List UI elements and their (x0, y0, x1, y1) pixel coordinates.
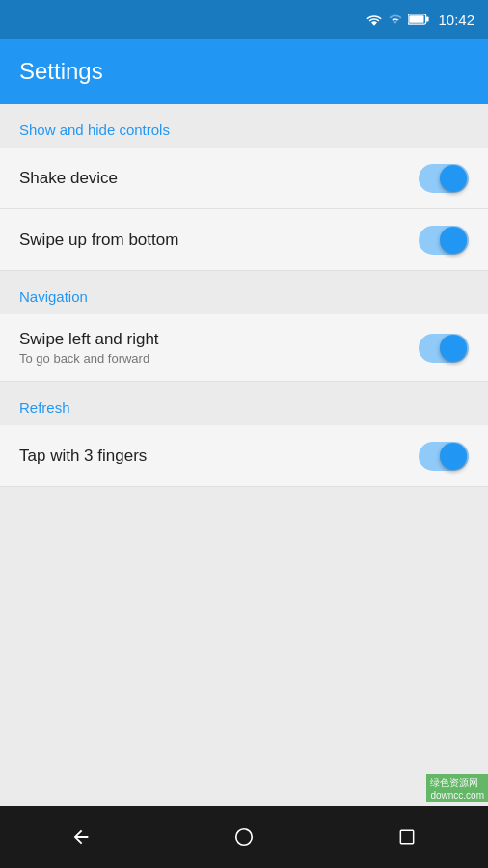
label-tap-3-fingers: Tap with 3 fingers (19, 447, 147, 466)
bottom-nav (0, 806, 488, 868)
status-time: 10:42 (438, 12, 474, 28)
status-bar: 10:42 (0, 0, 488, 39)
label-swipe-left-right: Swipe left and right (19, 330, 159, 349)
settings-content: Show and hide controls Shake device Swip… (0, 104, 488, 806)
section-navigation: Navigation Swipe left and right To go ba… (0, 271, 488, 382)
label-swipe-up: Swipe up from bottom (19, 231, 178, 250)
recents-button[interactable] (378, 818, 436, 856)
home-button[interactable] (215, 818, 273, 856)
section-header-navigation: Navigation (0, 271, 488, 314)
toggle-swipe-left-right[interactable] (419, 334, 469, 363)
app-bar: Settings (0, 39, 488, 104)
watermark: 绿色资源网downcc.com (426, 774, 488, 802)
status-icons: 10:42 (366, 12, 474, 28)
back-button[interactable] (52, 818, 110, 856)
setting-shake-device[interactable]: Shake device (0, 148, 488, 209)
signal-icon (388, 13, 403, 26)
section-show-hide: Show and hide controls Shake device Swip… (0, 104, 488, 271)
svg-rect-2 (410, 15, 424, 23)
label-shake-device: Shake device (19, 169, 118, 188)
toggle-swipe-up[interactable] (419, 226, 469, 255)
toggle-shake-device[interactable] (419, 164, 469, 193)
battery-icon (408, 13, 429, 26)
page-title: Settings (19, 58, 103, 85)
wifi-icon (366, 13, 383, 26)
setting-swipe-up[interactable]: Swipe up from bottom (0, 209, 488, 271)
section-header-show-hide: Show and hide controls (0, 104, 488, 148)
section-header-refresh: Refresh (0, 382, 488, 425)
toggle-tap-3-fingers[interactable] (419, 442, 469, 471)
setting-tap-3-fingers[interactable]: Tap with 3 fingers (0, 425, 488, 487)
setting-swipe-left-right[interactable]: Swipe left and right To go back and forw… (0, 314, 488, 382)
sublabel-swipe-left-right: To go back and forward (19, 351, 159, 366)
section-refresh: Refresh Tap with 3 fingers (0, 382, 488, 487)
svg-rect-4 (400, 830, 413, 843)
svg-point-3 (236, 829, 253, 846)
svg-rect-1 (426, 16, 429, 21)
